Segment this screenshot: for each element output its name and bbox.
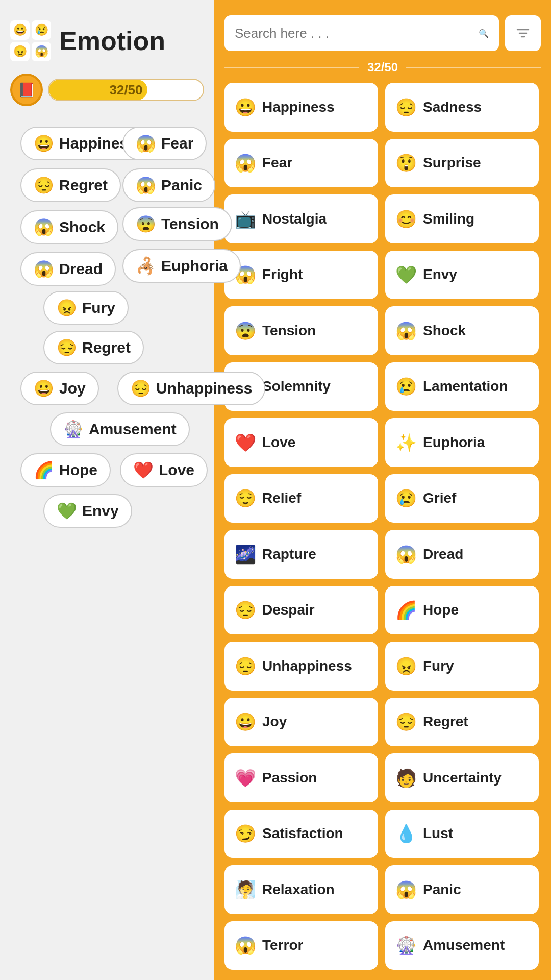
grid-chip-relaxation[interactable]: 🧖Relaxation <box>224 865 378 914</box>
grid-chip-despair[interactable]: 😔Despair <box>224 586 378 635</box>
left-chip-regret[interactable]: 😔Regret <box>20 168 121 202</box>
grid-chip-emoji: 😱 <box>395 544 417 565</box>
grid-chip-uncertainty[interactable]: 🧑Uncertainty <box>385 753 539 802</box>
grid-chip-label: Relaxation <box>262 881 335 898</box>
search-input[interactable] <box>235 26 473 41</box>
left-panel: 😀 😢 😠 😱 Emotion 📕 32/50 😀Happiness😱Fear😔… <box>0 0 214 980</box>
left-chip-fury[interactable]: 😠Fury <box>43 291 129 325</box>
grid-chip-label: Grief <box>423 490 456 506</box>
score-text: 32/50 <box>367 60 398 75</box>
grid-chip-terror[interactable]: 😱Terror <box>224 921 378 970</box>
grid-chip-sadness[interactable]: 😔Sadness <box>385 83 539 132</box>
left-chip-dread[interactable]: 😱Dread <box>20 252 116 286</box>
grid-chip-regret[interactable]: 😔Regret <box>385 698 539 747</box>
chip-label: Dread <box>59 260 103 278</box>
grid-chip-emoji: 😀 <box>235 97 256 117</box>
grid-chip-amusement[interactable]: 🎡Amusement <box>385 921 539 970</box>
icon-cell-1: 😀 <box>10 20 30 40</box>
app-title: Emotion <box>59 26 165 56</box>
grid-chip-hope[interactable]: 🌈Hope <box>385 586 539 635</box>
grid-chip-euphoria[interactable]: ✨Euphoria <box>385 418 539 467</box>
grid-chip-emoji: 😏 <box>235 823 256 844</box>
grid-chip-label: Love <box>262 434 295 451</box>
grid-chip-emoji: 💗 <box>235 768 256 788</box>
grid-chip-label: Rapture <box>262 546 316 562</box>
app-header: 😀 😢 😠 😱 Emotion <box>10 20 204 61</box>
grid-chip-fury[interactable]: 😠Fury <box>385 642 539 691</box>
left-chip-euphoria[interactable]: 🦂Euphoria <box>122 249 241 283</box>
score-row: 32/50 <box>224 60 541 75</box>
progress-track: 32/50 <box>48 79 204 101</box>
grid-chip-shock[interactable]: 😱Shock <box>385 306 539 355</box>
grid-chip-emoji: 😱 <box>235 935 256 955</box>
grid-chip-tension[interactable]: 😨Tension <box>224 306 378 355</box>
chip-label: Regret <box>59 177 108 194</box>
left-chip-shock[interactable]: 😱Shock <box>20 210 118 244</box>
grid-chip-joy[interactable]: 😀Joy <box>224 698 378 747</box>
grid-chip-dread[interactable]: 😱Dread <box>385 530 539 579</box>
grid-chip-label: Happiness <box>262 99 335 115</box>
grid-chip-label: Satisfaction <box>262 825 343 842</box>
grid-chip-emoji: 😀 <box>235 712 256 732</box>
chip-label: Panic <box>161 177 202 194</box>
grid-chip-nostalgia[interactable]: 📺Nostalgia <box>224 194 378 243</box>
grid-chip-label: Joy <box>262 714 287 730</box>
chip-emoji: ❤️ <box>133 460 154 480</box>
grid-chip-surprise[interactable]: 😲Surprise <box>385 139 539 188</box>
grid-chip-emoji: 🌌 <box>235 544 256 565</box>
left-chip-joy[interactable]: 😀Joy <box>20 372 99 405</box>
left-chip-amusement[interactable]: 🎡Amusement <box>50 412 190 446</box>
left-chip-hope[interactable]: 🌈Hope <box>20 453 111 487</box>
grid-chip-fear[interactable]: 😱Fear <box>224 139 378 188</box>
grid-chip-rapture[interactable]: 🌌Rapture <box>224 530 378 579</box>
grid-chip-fright[interactable]: 😱Fright <box>224 251 378 300</box>
chip-label: Regret <box>82 339 131 356</box>
grid-chip-emoji: 😱 <box>235 153 256 173</box>
grid-chip-label: Surprise <box>423 155 481 171</box>
chip-emoji: 😔 <box>131 379 151 398</box>
grid-chip-envy[interactable]: 💚Envy <box>385 251 539 300</box>
search-bar: 🔍 <box>224 15 541 51</box>
grid-chip-lamentation[interactable]: 😢Lamentation <box>385 362 539 411</box>
grid-chip-label: Shock <box>423 323 466 339</box>
icon-cell-4: 😱 <box>32 42 51 61</box>
chip-emoji: 😱 <box>34 217 54 237</box>
emotions-grid: 😀Happiness😔Sadness😱Fear😲Surprise📺Nostalg… <box>224 83 541 970</box>
grid-chip-emoji: 😲 <box>395 153 417 173</box>
chip-emoji: 🦂 <box>136 256 156 276</box>
grid-chip-label: Regret <box>423 714 468 730</box>
filter-button[interactable] <box>505 15 541 51</box>
progress-icon: 📕 <box>10 74 43 106</box>
grid-chip-grief[interactable]: 😢Grief <box>385 474 539 523</box>
chip-emoji: 😀 <box>34 379 54 398</box>
grid-chip-lust[interactable]: 💧Lust <box>385 810 539 859</box>
search-input-wrap[interactable]: 🔍 <box>224 15 499 51</box>
chip-label: Envy <box>82 502 119 520</box>
grid-chip-panic[interactable]: 😱Panic <box>385 865 539 914</box>
chip-emoji: 😱 <box>34 259 54 279</box>
left-chip-love[interactable]: ❤️Love <box>120 453 208 487</box>
grid-chip-unhappiness[interactable]: 😔Unhappiness <box>224 642 378 691</box>
grid-chip-emoji: 😨 <box>235 321 256 341</box>
grid-chip-relief[interactable]: 😌Relief <box>224 474 378 523</box>
grid-chip-love[interactable]: ❤️Love <box>224 418 378 467</box>
grid-chip-passion[interactable]: 💗Passion <box>224 753 378 802</box>
left-chip-envy[interactable]: 💚Envy <box>43 494 132 528</box>
grid-chip-satisfaction[interactable]: 😏Satisfaction <box>224 810 378 859</box>
grid-chip-label: Uncertainty <box>423 770 502 786</box>
grid-chip-smiling[interactable]: 😊Smiling <box>385 194 539 243</box>
left-chip-regret[interactable]: 😔Regret <box>43 331 144 364</box>
grid-chip-emoji: 🧑 <box>395 768 417 788</box>
right-panel: 🔍 32/50 😀Happiness😔Sadness😱Fear😲Surprise… <box>214 0 551 980</box>
grid-chip-label: Hope <box>423 602 459 618</box>
chip-label: Shock <box>59 218 105 236</box>
grid-chip-happiness[interactable]: 😀Happiness <box>224 83 378 132</box>
chip-label: Hope <box>59 461 97 479</box>
chip-emoji: 😔 <box>34 176 54 195</box>
left-chip-unhappiness[interactable]: 😔Unhappiness <box>117 372 265 405</box>
left-chip-panic[interactable]: 😱Panic <box>122 168 215 202</box>
left-chip-tension[interactable]: 😨Tension <box>122 207 232 241</box>
grid-chip-label: Tension <box>262 323 316 339</box>
left-chip-fear[interactable]: 😱Fear <box>122 127 207 160</box>
chip-label: Unhappiness <box>156 380 252 397</box>
